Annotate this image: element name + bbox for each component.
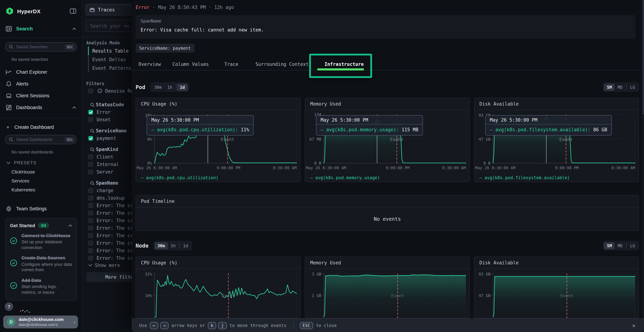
separator-dot: · xyxy=(152,5,155,10)
sidebar-item-alerts[interactable]: Alerts xyxy=(0,78,82,90)
checkbox[interactable] xyxy=(88,188,93,193)
filter-option[interactable]: Error: The cr xyxy=(82,254,132,262)
checkbox[interactable] xyxy=(88,248,93,253)
filter-option[interactable]: Error xyxy=(82,108,132,116)
checkbox[interactable] xyxy=(88,196,93,200)
create-dashboard-button[interactable]: + Create Dashboard xyxy=(0,118,82,130)
tab-surrounding-context[interactable]: Surrounding Context xyxy=(256,58,308,70)
filter-option[interactable]: Error: The cr xyxy=(82,239,132,247)
filter-option[interactable]: Server xyxy=(82,168,132,176)
denoise-results-option[interactable]: Denoise Re xyxy=(88,88,132,94)
checkbox[interactable] xyxy=(88,203,93,208)
scrollbar-thumb[interactable] xyxy=(642,0,644,114)
checkbox[interactable] xyxy=(88,233,93,238)
node-cpu-chart[interactable]: 32%16%Event xyxy=(136,269,300,318)
divider xyxy=(82,37,132,37)
filter-option[interactable]: Error: The cr xyxy=(82,209,132,217)
get-started-item[interactable]: Add Data Start sending logs, metrics, or… xyxy=(10,278,72,295)
filter-option[interactable]: payment xyxy=(82,134,132,142)
checkbox[interactable] xyxy=(88,211,93,215)
node-disk-chart[interactable]: 93 GB47 GBEvent xyxy=(474,269,639,318)
checkbox[interactable] xyxy=(88,117,93,122)
filter-option[interactable]: dns.lookup xyxy=(82,194,132,202)
filter-group-header[interactable]: StatusCode xyxy=(82,101,132,108)
sidebar-collapse-icon[interactable] xyxy=(70,8,76,14)
presets-toggle[interactable]: PRESETS xyxy=(6,160,82,165)
checkbox[interactable] xyxy=(88,256,93,260)
help-button[interactable]: ? xyxy=(5,302,13,311)
saved-searches-input[interactable]: Saved Searches ⌘K xyxy=(5,42,77,52)
filter-option[interactable]: Error: The cr xyxy=(82,202,132,209)
node-memory-chart[interactable]: 3 GB1 GBEvent xyxy=(305,269,470,318)
analysis-mode-event-deltas[interactable]: Event Deltas xyxy=(88,55,132,64)
chart-tooltip: May 26 5:30:00 PM —avg(k8s.pod.memory.us… xyxy=(316,115,423,136)
checkbox[interactable] xyxy=(88,162,93,167)
close-icon[interactable]: ✕ xyxy=(629,321,638,330)
svg-text:67 MB: 67 MB xyxy=(310,137,321,142)
filter-option[interactable]: Internal xyxy=(82,161,132,168)
checkbox[interactable] xyxy=(88,154,93,159)
node-sizes-md[interactable]: MD xyxy=(615,242,626,249)
user-account-chip[interactable]: D dale@clickhouse.com dale@clickhouse.co… xyxy=(3,316,78,328)
checkbox[interactable] xyxy=(88,170,93,174)
checkbox[interactable] xyxy=(88,136,93,140)
analysis-mode-results-table[interactable]: Results Table xyxy=(88,46,132,55)
preset-item-kubernetes[interactable]: Kubernetes xyxy=(0,185,82,194)
node-sizes-lg[interactable]: LG xyxy=(627,242,638,249)
sidebar-item-chart-explorer[interactable]: Chart Explorer xyxy=(0,66,82,78)
get-started-item[interactable]: Create Data Sources Configure where your… xyxy=(10,255,72,273)
preset-item-clickhouse[interactable]: ClickHouse xyxy=(0,168,82,176)
pod-ranges-1h[interactable]: 1h xyxy=(164,84,175,91)
sidebar-item-dashboards[interactable]: Dashboards xyxy=(0,102,82,114)
get-started-header[interactable]: Get Started 3/3 xyxy=(10,222,72,228)
node-ranges-30m[interactable]: 30m xyxy=(154,242,168,249)
filter-option[interactable]: Error: The cr xyxy=(82,247,132,254)
preset-item-services[interactable]: Services xyxy=(0,176,82,185)
get-started-title: Get Started xyxy=(10,223,35,228)
filter-option[interactable]: Unset xyxy=(82,116,132,124)
pod-ranges-30m[interactable]: 30m xyxy=(151,84,164,91)
show-more-button[interactable]: Show more xyxy=(88,262,120,268)
sidebar-item-client-sessions[interactable]: Client Sessions xyxy=(0,90,82,102)
checkbox[interactable] xyxy=(88,110,93,114)
svg-text:8:30:00 AM: 8:30:00 AM xyxy=(612,166,635,170)
sidebar-item-search[interactable]: Search xyxy=(0,24,82,33)
checkbox[interactable] xyxy=(88,218,93,223)
pod-sizes-lg[interactable]: LG xyxy=(627,84,638,91)
more-filters-button[interactable]: More filters xyxy=(86,272,132,282)
filter-option[interactable]: charge xyxy=(82,187,132,194)
tab-trace[interactable]: Trace xyxy=(224,58,238,70)
pod-sizes-md[interactable]: MD xyxy=(615,84,626,91)
chevron-up-icon xyxy=(72,106,76,109)
scrollbar[interactable] xyxy=(642,0,644,332)
sidebar-item-label: Team Settings xyxy=(16,206,76,212)
sidebar-item-team-settings[interactable]: Team Settings xyxy=(0,203,82,215)
saved-dashboards-input[interactable]: Saved Dashboards ⌘K xyxy=(5,135,77,144)
checkbox[interactable] xyxy=(88,88,93,93)
node-sizes-sm[interactable]: SM xyxy=(604,242,615,249)
checkbox[interactable] xyxy=(88,241,93,246)
filter-option[interactable]: Client xyxy=(82,153,132,161)
pod-ranges-1d[interactable]: 1d xyxy=(177,84,188,91)
filter-option[interactable]: Error: The cr xyxy=(82,217,132,224)
filter-option[interactable]: Error: The cr xyxy=(82,224,132,232)
get-started-item[interactable]: Connect to ClickHouse Set up your databa… xyxy=(10,233,72,250)
filter-group-header[interactable]: SpanName xyxy=(82,179,132,187)
filter-group-header[interactable]: ServiceName xyxy=(82,127,132,134)
tab-overview[interactable]: Overview xyxy=(138,58,161,70)
filter-option[interactable]: Error: The cr xyxy=(82,232,132,239)
event-relative-time: 12h ago xyxy=(214,5,234,10)
denoise-icon xyxy=(97,88,102,94)
source-select[interactable]: Traces xyxy=(86,4,132,16)
pod-sizes-sm[interactable]: SM xyxy=(604,84,615,91)
node-ranges-1h[interactable]: 1h xyxy=(168,242,178,249)
filter-group-header[interactable]: SpanKind xyxy=(82,146,132,153)
node-ranges-1d[interactable]: 1d xyxy=(180,242,191,249)
analysis-mode-event-patterns[interactable]: Event Patterns xyxy=(88,64,132,72)
checkbox[interactable] xyxy=(88,226,93,230)
tab-column-values[interactable]: Column Values xyxy=(172,58,209,70)
service-name-tag[interactable]: ServiceName: payment xyxy=(136,44,194,52)
chart-title: Memory Used xyxy=(305,98,470,110)
event-search-input[interactable] xyxy=(86,20,132,32)
filter-option-label: Error: The cr xyxy=(96,240,132,246)
